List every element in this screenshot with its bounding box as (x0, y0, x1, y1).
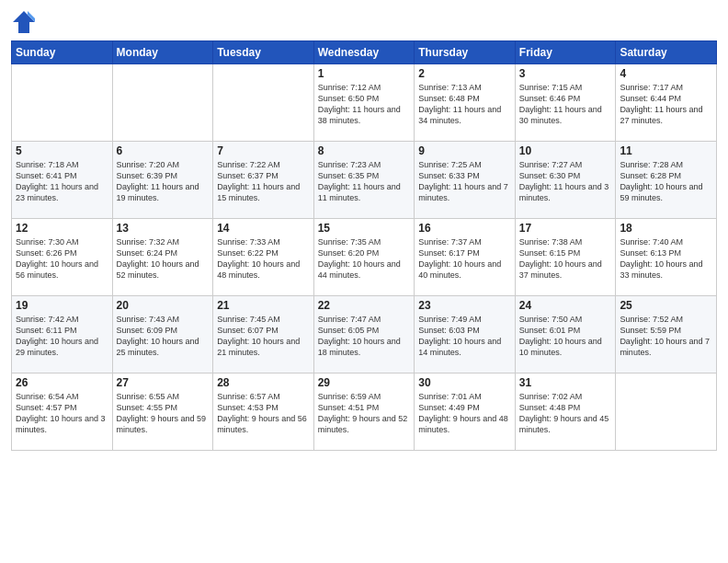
cell-daylight-text: Sunrise: 7:01 AM Sunset: 4:49 PM Dayligh… (418, 391, 511, 436)
cell-daylight-text: Sunrise: 7:42 AM Sunset: 6:11 PM Dayligh… (16, 314, 108, 359)
cell-daylight-text: Sunrise: 7:30 AM Sunset: 6:26 PM Dayligh… (16, 236, 108, 282)
cell-daylight-text: Sunrise: 7:43 AM Sunset: 6:09 PM Dayligh… (117, 314, 210, 359)
day-number: 9 (418, 144, 511, 157)
weekday-header-wednesday: Wednesday (313, 41, 415, 64)
calendar-week-row: 19Sunrise: 7:42 AM Sunset: 6:11 PM Dayli… (12, 296, 717, 373)
day-number: 25 (620, 299, 712, 312)
calendar-cell: 25Sunrise: 7:52 AM Sunset: 5:59 PM Dayli… (616, 296, 717, 373)
calendar-cell: 30Sunrise: 7:01 AM Sunset: 4:49 PM Dayli… (415, 373, 516, 451)
day-number: 13 (117, 222, 210, 235)
svg-marker-0 (13, 11, 35, 33)
calendar-cell: 11Sunrise: 7:28 AM Sunset: 6:28 PM Dayli… (616, 142, 717, 219)
weekday-header-saturday: Saturday (616, 41, 717, 64)
calendar-cell: 18Sunrise: 7:40 AM Sunset: 6:13 PM Dayli… (616, 219, 717, 296)
calendar-cell: 4Sunrise: 7:17 AM Sunset: 6:44 PM Daylig… (616, 64, 717, 142)
day-number: 10 (519, 144, 612, 157)
cell-daylight-text: Sunrise: 7:25 AM Sunset: 6:33 PM Dayligh… (418, 159, 511, 204)
cell-daylight-text: Sunrise: 7:37 AM Sunset: 6:17 PM Dayligh… (418, 236, 511, 282)
day-number: 16 (418, 222, 511, 235)
cell-daylight-text: Sunrise: 7:23 AM Sunset: 6:35 PM Dayligh… (318, 159, 411, 204)
weekday-header-sunday: Sunday (12, 41, 113, 64)
calendar-cell: 15Sunrise: 7:35 AM Sunset: 6:20 PM Dayli… (313, 219, 415, 296)
cell-daylight-text: Sunrise: 7:15 AM Sunset: 6:46 PM Dayligh… (519, 82, 612, 127)
cell-daylight-text: Sunrise: 6:54 AM Sunset: 4:57 PM Dayligh… (16, 391, 108, 436)
day-number: 22 (318, 299, 411, 312)
weekday-header-row: SundayMondayTuesdayWednesdayThursdayFrid… (12, 41, 717, 64)
day-number: 6 (117, 144, 210, 157)
cell-daylight-text: Sunrise: 7:22 AM Sunset: 6:37 PM Dayligh… (217, 159, 310, 204)
calendar-cell: 12Sunrise: 7:30 AM Sunset: 6:26 PM Dayli… (12, 219, 113, 296)
calendar-cell: 16Sunrise: 7:37 AM Sunset: 6:17 PM Dayli… (415, 219, 516, 296)
calendar-cell: 24Sunrise: 7:50 AM Sunset: 6:01 PM Dayli… (515, 296, 616, 373)
cell-daylight-text: Sunrise: 6:57 AM Sunset: 4:53 PM Dayligh… (217, 391, 310, 436)
weekday-header-thursday: Thursday (415, 41, 516, 64)
page-container: SundayMondayTuesdayWednesdayThursdayFrid… (0, 0, 728, 563)
calendar-cell: 28Sunrise: 6:57 AM Sunset: 4:53 PM Dayli… (213, 373, 314, 451)
day-number: 17 (519, 222, 612, 235)
cell-daylight-text: Sunrise: 7:18 AM Sunset: 6:41 PM Dayligh… (16, 159, 108, 204)
cell-daylight-text: Sunrise: 7:45 AM Sunset: 6:07 PM Dayligh… (217, 314, 310, 359)
weekday-header-tuesday: Tuesday (213, 41, 314, 64)
calendar-cell: 26Sunrise: 6:54 AM Sunset: 4:57 PM Dayli… (12, 373, 113, 451)
cell-daylight-text: Sunrise: 7:52 AM Sunset: 5:59 PM Dayligh… (620, 314, 712, 359)
calendar-cell: 14Sunrise: 7:33 AM Sunset: 6:22 PM Dayli… (213, 219, 314, 296)
weekday-header-monday: Monday (112, 41, 213, 64)
calendar-cell: 2Sunrise: 7:13 AM Sunset: 6:48 PM Daylig… (415, 64, 516, 142)
calendar-cell: 29Sunrise: 6:59 AM Sunset: 4:51 PM Dayli… (313, 373, 415, 451)
cell-daylight-text: Sunrise: 7:20 AM Sunset: 6:39 PM Dayligh… (117, 159, 210, 204)
day-number: 5 (16, 144, 108, 157)
cell-daylight-text: Sunrise: 7:35 AM Sunset: 6:20 PM Dayligh… (318, 236, 411, 282)
calendar-cell: 21Sunrise: 7:45 AM Sunset: 6:07 PM Dayli… (213, 296, 314, 373)
calendar-cell: 7Sunrise: 7:22 AM Sunset: 6:37 PM Daylig… (213, 142, 314, 219)
day-number: 26 (16, 376, 108, 389)
day-number: 20 (117, 299, 210, 312)
cell-daylight-text: Sunrise: 7:28 AM Sunset: 6:28 PM Dayligh… (620, 159, 712, 204)
day-number: 3 (519, 67, 612, 80)
calendar-cell: 31Sunrise: 7:02 AM Sunset: 4:48 PM Dayli… (515, 373, 616, 451)
calendar-week-row: 1Sunrise: 7:12 AM Sunset: 6:50 PM Daylig… (12, 64, 717, 142)
calendar-cell: 9Sunrise: 7:25 AM Sunset: 6:33 PM Daylig… (415, 142, 516, 219)
calendar-cell: 5Sunrise: 7:18 AM Sunset: 6:41 PM Daylig… (12, 142, 113, 219)
day-number: 24 (519, 299, 612, 312)
calendar-cell: 3Sunrise: 7:15 AM Sunset: 6:46 PM Daylig… (515, 64, 616, 142)
day-number: 7 (217, 144, 310, 157)
cell-daylight-text: Sunrise: 6:59 AM Sunset: 4:51 PM Dayligh… (318, 391, 411, 436)
cell-daylight-text: Sunrise: 7:33 AM Sunset: 6:22 PM Dayligh… (217, 236, 310, 282)
calendar-cell: 22Sunrise: 7:47 AM Sunset: 6:05 PM Dayli… (313, 296, 415, 373)
day-number: 23 (418, 299, 511, 312)
calendar-cell (213, 64, 314, 142)
day-number: 8 (318, 144, 411, 157)
cell-daylight-text: Sunrise: 7:02 AM Sunset: 4:48 PM Dayligh… (519, 391, 612, 436)
calendar-week-row: 12Sunrise: 7:30 AM Sunset: 6:26 PM Dayli… (12, 219, 717, 296)
calendar-cell (112, 64, 213, 142)
day-number: 2 (418, 67, 511, 80)
calendar-cell: 13Sunrise: 7:32 AM Sunset: 6:24 PM Dayli… (112, 219, 213, 296)
calendar-cell: 17Sunrise: 7:38 AM Sunset: 6:15 PM Dayli… (515, 219, 616, 296)
cell-daylight-text: Sunrise: 7:38 AM Sunset: 6:15 PM Dayligh… (519, 236, 612, 282)
day-number: 31 (519, 376, 612, 389)
day-number: 28 (217, 376, 310, 389)
day-number: 4 (620, 67, 712, 80)
day-number: 21 (217, 299, 310, 312)
calendar-cell: 27Sunrise: 6:55 AM Sunset: 4:55 PM Dayli… (112, 373, 213, 451)
calendar-cell: 1Sunrise: 7:12 AM Sunset: 6:50 PM Daylig… (313, 64, 415, 142)
cell-daylight-text: Sunrise: 7:47 AM Sunset: 6:05 PM Dayligh… (318, 314, 411, 359)
cell-daylight-text: Sunrise: 7:12 AM Sunset: 6:50 PM Dayligh… (318, 82, 411, 127)
calendar-cell: 10Sunrise: 7:27 AM Sunset: 6:30 PM Dayli… (515, 142, 616, 219)
day-number: 1 (318, 67, 411, 80)
calendar-week-row: 26Sunrise: 6:54 AM Sunset: 4:57 PM Dayli… (12, 373, 717, 451)
calendar-cell: 20Sunrise: 7:43 AM Sunset: 6:09 PM Dayli… (112, 296, 213, 373)
day-number: 27 (117, 376, 210, 389)
day-number: 29 (318, 376, 411, 389)
day-number: 14 (217, 222, 310, 235)
day-number: 12 (16, 222, 108, 235)
logo (11, 9, 40, 35)
cell-daylight-text: Sunrise: 7:27 AM Sunset: 6:30 PM Dayligh… (519, 159, 612, 204)
weekday-header-friday: Friday (515, 41, 616, 64)
calendar-cell: 6Sunrise: 7:20 AM Sunset: 6:39 PM Daylig… (112, 142, 213, 219)
cell-daylight-text: Sunrise: 7:40 AM Sunset: 6:13 PM Dayligh… (620, 236, 712, 282)
logo-icon (11, 9, 37, 35)
calendar-week-row: 5Sunrise: 7:18 AM Sunset: 6:41 PM Daylig… (12, 142, 717, 219)
day-number: 11 (620, 144, 712, 157)
page-header (11, 9, 717, 35)
